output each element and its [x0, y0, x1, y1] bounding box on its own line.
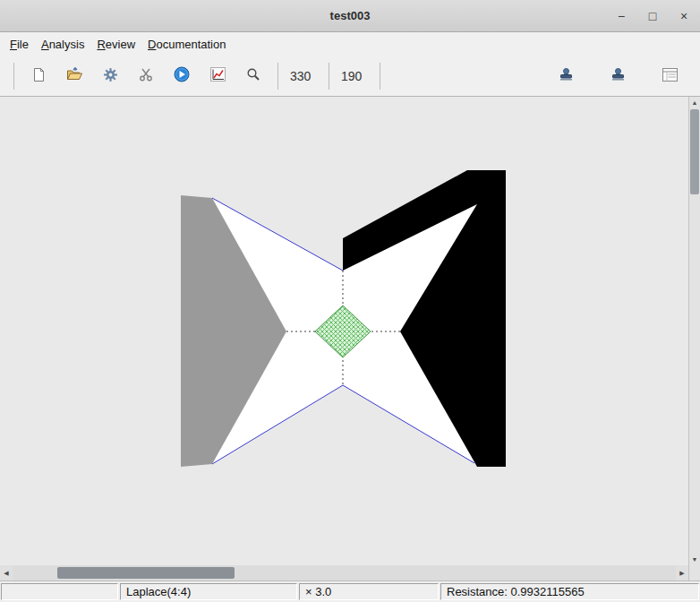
app-window: test003 − □ × File Analysis Review Docum… [0, 0, 700, 602]
scrollbar-corner [688, 565, 700, 580]
run-button[interactable] [164, 60, 200, 92]
cut-button[interactable] [128, 60, 164, 92]
close-button[interactable]: × [677, 9, 691, 23]
horizontal-scroll-track[interactable] [13, 565, 676, 580]
export-image-button[interactable] [548, 60, 584, 92]
cut-scissors-icon [139, 67, 153, 84]
window-controls: − □ × [614, 0, 691, 31]
scroll-left-icon[interactable]: ◀ [0, 565, 13, 580]
settings-button[interactable] [92, 60, 128, 92]
menu-analysis[interactable]: Analysis [35, 35, 90, 54]
new-file-icon [31, 67, 46, 85]
menu-file[interactable]: File [4, 35, 35, 54]
titlebar[interactable]: test003 − □ × [0, 0, 700, 32]
statusbar: Laplace(4:4) × 3.0 Resistance: 0.9932115… [0, 580, 700, 602]
menu-documentation[interactable]: Documentation [141, 35, 232, 54]
status-field-resistance: Resistance: 0.9932115565 [440, 583, 699, 600]
drawing-canvas[interactable] [0, 97, 688, 565]
toolbar: 330 190 [0, 56, 700, 97]
toolbar-right-group [548, 60, 693, 92]
open-file-button[interactable] [56, 60, 92, 92]
vertical-scroll-thumb[interactable] [690, 109, 699, 194]
horizontal-scroll-thumb[interactable] [57, 567, 235, 579]
export-stamp-icon [610, 67, 626, 84]
minimize-button[interactable]: − [614, 9, 628, 23]
export-data-button[interactable] [600, 60, 636, 92]
display-options-icon [662, 68, 678, 84]
menu-review[interactable]: Review [90, 35, 141, 54]
dim-y-field[interactable]: 190 [336, 69, 373, 83]
toolbar-separator [13, 63, 14, 90]
zoom-button[interactable] [235, 60, 271, 92]
scroll-up-icon[interactable]: ▲ [689, 97, 700, 108]
plot-button[interactable] [200, 60, 235, 92]
vertical-scroll-track[interactable] [689, 108, 700, 554]
status-field-empty [1, 583, 118, 600]
window-title: test003 [330, 9, 371, 22]
settings-gear-icon [103, 67, 118, 85]
scroll-down-icon[interactable]: ▼ [689, 554, 700, 565]
menubar: File Analysis Review Documentation [0, 32, 700, 56]
scroll-right-icon[interactable]: ▶ [676, 565, 688, 580]
toolbar-separator [380, 63, 380, 90]
horizontal-scrollbar[interactable]: ◀ ▶ [0, 565, 700, 580]
open-file-icon [66, 67, 83, 84]
toolbar-separator [329, 63, 329, 90]
status-field-scale: × 3.0 [299, 583, 439, 600]
run-play-icon [174, 66, 190, 85]
status-field-solver: Laplace(4:4) [120, 583, 297, 600]
toolbar-separator [277, 63, 278, 90]
display-options-button[interactable] [652, 60, 687, 92]
schematic-drawing [0, 97, 688, 565]
plot-chart-icon [210, 67, 226, 84]
main-area: ▲ ▼ [0, 97, 700, 565]
vertical-scrollbar[interactable]: ▲ ▼ [688, 97, 700, 565]
maximize-button[interactable]: □ [645, 9, 660, 23]
dim-x-field[interactable]: 330 [285, 69, 322, 83]
zoom-magnifier-icon [246, 67, 260, 84]
export-stamp-icon [559, 67, 574, 84]
new-file-button[interactable] [21, 60, 56, 92]
